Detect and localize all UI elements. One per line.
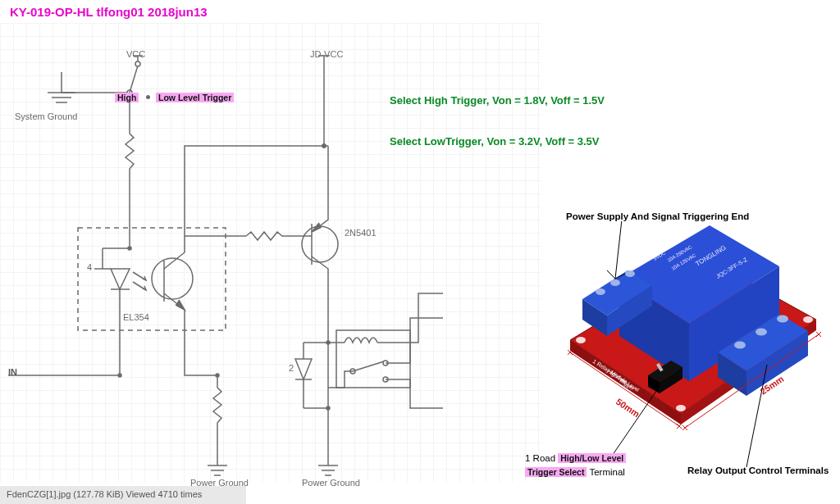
transistor-ref: 2N5401: [345, 228, 377, 238]
select-high-text: Select High Trigger, Von = 1.8V, Voff = …: [390, 94, 605, 107]
svg-point-18: [576, 337, 586, 343]
diode-pin2: 2: [289, 363, 294, 373]
svg-point-14: [326, 406, 330, 410]
trigger-select-callout-line1: 1 Road High/Low Level: [525, 453, 626, 463]
trigger-select-callout-line2: Trigger Select Terminal: [525, 467, 625, 477]
svg-point-47: [777, 316, 788, 323]
low-level-trigger-label: Low Level Trigger: [156, 93, 234, 102]
power-ground-2: Power Ground: [302, 478, 360, 488]
switch-contact-dot: [146, 95, 150, 99]
output-terminal-callout: Relay Output Control Terminals: [687, 465, 829, 475]
jdvcc-label: JD-VCC: [310, 49, 343, 59]
circuit-diagram: VCC JD-VCC System Ground IN High Low Lev…: [0, 23, 541, 482]
svg-point-45: [734, 342, 746, 349]
svg-point-20: [803, 316, 813, 323]
svg-point-36: [610, 279, 620, 286]
svg-point-7: [302, 226, 338, 262]
svg-point-6: [216, 374, 219, 377]
svg-point-3: [152, 258, 193, 299]
power-signal-callout: Power Supply And Signal Triggering End: [566, 211, 749, 221]
high-pin-label: High: [115, 93, 139, 102]
svg-point-21: [676, 405, 686, 411]
vcc-label: VCC: [126, 49, 145, 59]
optocoupler-ref: EL354: [123, 312, 149, 322]
svg-point-1: [135, 61, 140, 66]
svg-text:50mm: 50mm: [614, 397, 641, 420]
svg-point-35: [596, 288, 605, 295]
select-low-text: Select LowTrigger, Von = 3.2V, Voff = 3.…: [390, 135, 600, 148]
file-status-bar: FdenCZG[1].jpg (127.78 KiB) Viewed 4710 …: [0, 486, 246, 504]
system-ground-label: System Ground: [15, 111, 77, 121]
svg-point-46: [756, 329, 767, 336]
relay-module-image: TONGLING JQC-3FF-S-Z 10A 250VAC 10A 125V…: [533, 221, 837, 484]
svg-point-37: [625, 270, 635, 277]
diagram-title: KY-019-OP-HL tlfong01 2018jun13: [10, 5, 208, 19]
in-label: IN: [8, 367, 17, 377]
opto-pin4: 4: [87, 262, 92, 272]
